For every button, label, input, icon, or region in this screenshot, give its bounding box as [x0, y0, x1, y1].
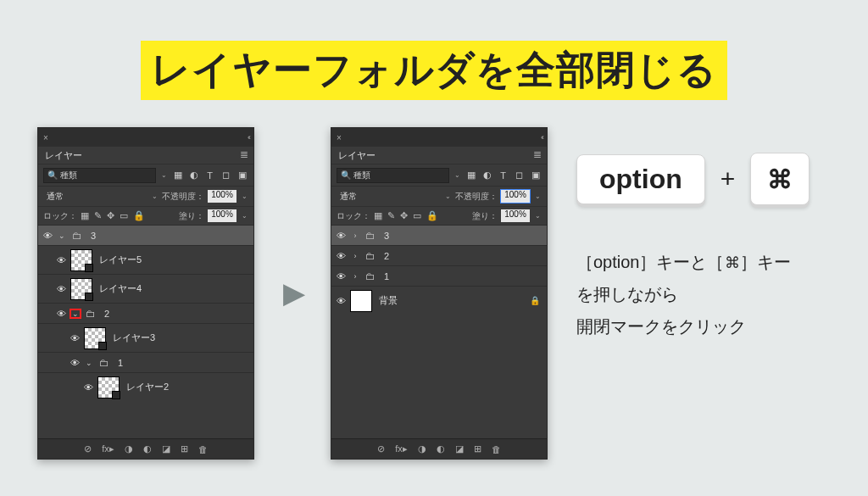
visibility-icon[interactable]: 👁	[335, 231, 347, 241]
adjustment-icon[interactable]: ◐	[437, 443, 445, 454]
new-layer-icon[interactable]: ⊞	[181, 443, 188, 454]
layer-row[interactable]: 👁レイヤー5	[38, 245, 253, 274]
layer-name[interactable]: 背景	[376, 294, 398, 307]
disclosure-arrow[interactable]: ›	[350, 231, 360, 240]
panel-tab-layers[interactable]: レイヤー	[331, 147, 547, 164]
fill-value[interactable]: 100%	[208, 209, 236, 222]
fill-label: 塗り：	[472, 210, 498, 222]
layer-name[interactable]: 3	[381, 231, 389, 241]
layer-name[interactable]: 2	[101, 309, 109, 319]
visibility-icon[interactable]: 👁	[82, 382, 94, 393]
layer-row[interactable]: 👁レイヤー2	[38, 372, 253, 401]
visibility-icon[interactable]: 👁	[69, 358, 81, 368]
fill-dropdown-icon[interactable]: ⌄	[240, 212, 248, 220]
layer-name[interactable]: レイヤー5	[96, 254, 142, 266]
disclosure-arrow[interactable]: ⌄	[84, 359, 94, 367]
visibility-icon[interactable]: 👁	[55, 284, 67, 294]
layer-row[interactable]: 👁⌄🗀3	[38, 225, 253, 245]
layer-name[interactable]: 1	[381, 271, 389, 281]
opacity-value[interactable]: 100%	[501, 190, 530, 203]
layer-name[interactable]: 3	[87, 231, 96, 241]
filter-type-icon[interactable]: T	[203, 169, 216, 181]
link-layers-icon[interactable]: ⊘	[377, 443, 385, 454]
layer-row[interactable]: 👁⌄🗀1	[38, 352, 253, 372]
group-icon[interactable]: ◪	[162, 443, 170, 454]
layer-thumbnail	[70, 278, 92, 300]
disclosure-arrow[interactable]: ›	[350, 272, 360, 281]
opacity-dropdown-icon[interactable]: ⌄	[533, 192, 542, 200]
blend-mode-select[interactable]: 通常	[337, 191, 440, 203]
filter-smart-icon[interactable]: ▣	[529, 169, 542, 181]
filter-dropdown-icon[interactable]: ⌄	[159, 171, 168, 179]
lock-pixels-icon[interactable]: ▦	[81, 210, 89, 221]
fill-dropdown-icon[interactable]: ⌄	[533, 212, 542, 220]
blend-dropdown-icon[interactable]: ⌄	[443, 192, 452, 200]
fx-icon[interactable]: fx▸	[102, 443, 114, 454]
visibility-icon[interactable]: 👁	[42, 231, 53, 241]
adjustment-icon[interactable]: ◐	[143, 443, 152, 454]
lock-all-icon[interactable]: 🔒	[426, 210, 438, 221]
layer-row[interactable]: 👁背景🔒	[331, 286, 547, 315]
visibility-icon[interactable]: 👁	[69, 333, 81, 343]
filter-type-icon[interactable]: T	[497, 169, 509, 181]
layer-row[interactable]: 👁レイヤー3	[38, 323, 253, 352]
panel-menu-icon[interactable]: ≣	[240, 148, 248, 160]
filter-pixel-icon[interactable]: ▦	[465, 169, 477, 181]
link-layers-icon[interactable]: ⊘	[84, 443, 92, 454]
opacity-dropdown-icon[interactable]: ⌄	[240, 192, 248, 200]
visibility-icon[interactable]: 👁	[335, 251, 347, 261]
visibility-icon[interactable]: 👁	[55, 255, 67, 265]
mask-icon[interactable]: ◑	[125, 443, 133, 454]
trash-icon[interactable]: 🗑	[492, 444, 501, 454]
lock-artboard-icon[interactable]: ▭	[413, 210, 421, 221]
folder-icon: 🗀	[364, 270, 377, 282]
lock-pixels-icon[interactable]: ▦	[374, 210, 382, 221]
filter-pixel-icon[interactable]: ▦	[171, 169, 184, 181]
filter-shape-icon[interactable]: ◻	[220, 169, 232, 181]
blend-mode-select[interactable]: 通常	[43, 191, 147, 203]
layer-name[interactable]: レイヤー4	[96, 282, 142, 295]
layer-row[interactable]: 👁›🗀3	[331, 225, 547, 245]
layer-filter-search[interactable]: 🔍 種類	[337, 168, 449, 183]
new-layer-icon[interactable]: ⊞	[474, 443, 481, 454]
lock-position-icon[interactable]: ✥	[400, 210, 408, 221]
visibility-icon[interactable]: 👁	[335, 271, 347, 281]
panel-menu-icon[interactable]: ≣	[533, 148, 542, 160]
filter-shape-icon[interactable]: ◻	[513, 169, 526, 181]
trash-icon[interactable]: 🗑	[198, 444, 208, 454]
group-icon[interactable]: ◪	[455, 443, 464, 454]
filter-smart-icon[interactable]: ▣	[236, 169, 248, 181]
lock-paint-icon[interactable]: ✎	[94, 210, 102, 221]
disclosure-arrow[interactable]: ⌄	[57, 231, 67, 240]
panel-close-icon[interactable]: ×	[337, 133, 345, 142]
layer-filter-search[interactable]: 🔍 種類	[43, 168, 156, 183]
visibility-icon[interactable]: 👁	[335, 296, 347, 306]
layer-name[interactable]: 1	[114, 358, 123, 368]
fill-label: 塗り：	[179, 210, 204, 222]
layer-name[interactable]: レイヤー3	[109, 332, 155, 344]
lock-position-icon[interactable]: ✥	[107, 210, 114, 221]
visibility-icon[interactable]: 👁	[55, 309, 67, 319]
layer-row[interactable]: 👁›🗀1	[331, 265, 547, 286]
opacity-value[interactable]: 100%	[208, 190, 236, 203]
lock-artboard-icon[interactable]: ▭	[120, 210, 128, 221]
disclosure-arrow[interactable]: ›	[350, 252, 360, 260]
lock-paint-icon[interactable]: ✎	[387, 210, 395, 221]
filter-adjust-icon[interactable]: ◐	[187, 169, 200, 181]
fx-icon[interactable]: fx▸	[395, 443, 408, 454]
lock-icon[interactable]: 🔒	[530, 296, 540, 305]
filter-dropdown-icon[interactable]: ⌄	[453, 171, 461, 179]
disclosure-arrow[interactable]: ⌄	[70, 309, 81, 318]
fill-value[interactable]: 100%	[501, 209, 530, 222]
layer-name[interactable]: レイヤー2	[123, 381, 169, 393]
panel-tab-layers[interactable]: レイヤー	[38, 147, 253, 164]
filter-adjust-icon[interactable]: ◐	[481, 169, 493, 181]
blend-dropdown-icon[interactable]: ⌄	[150, 192, 159, 200]
layer-row[interactable]: 👁›🗀2	[331, 245, 547, 265]
layer-row[interactable]: 👁レイヤー4	[38, 274, 253, 303]
layer-name[interactable]: 2	[381, 251, 389, 261]
panel-close-icon[interactable]: ×	[43, 133, 52, 142]
lock-all-icon[interactable]: 🔒	[133, 210, 145, 221]
mask-icon[interactable]: ◑	[418, 443, 426, 454]
layer-row[interactable]: 👁⌄🗀2	[38, 303, 253, 323]
